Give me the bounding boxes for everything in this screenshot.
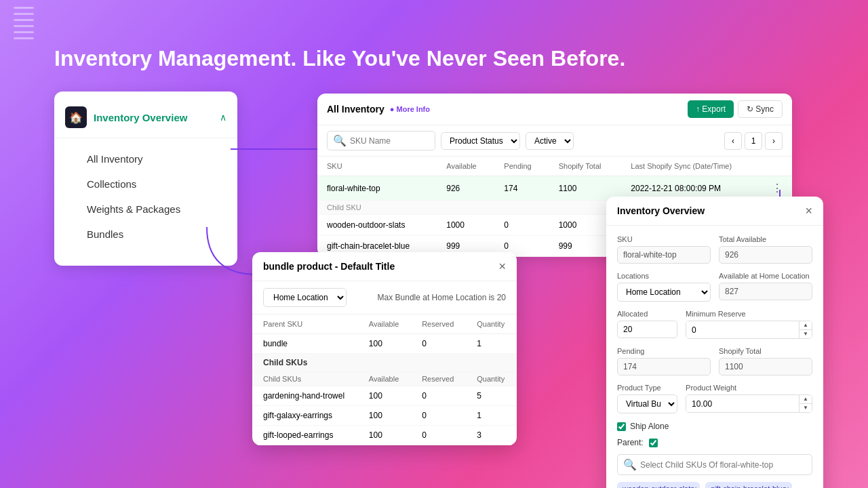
form-group-locations: Locations Home Location: [617, 272, 711, 302]
product-type-select[interactable]: Virtual Bundles: [617, 394, 677, 413]
export-button[interactable]: ↑ Export: [688, 100, 734, 118]
sidebar-header: 🏠 Inventory Overview ∧: [54, 102, 237, 138]
locations-select[interactable]: Home Location: [617, 283, 711, 302]
sidebar: 🏠 Inventory Overview ∧ All Inventory Col…: [54, 92, 237, 266]
bundle-dialog: bundle product - Default Title × Home Lo…: [252, 252, 517, 445]
inv-overview-close-button[interactable]: ×: [805, 205, 812, 217]
bundle-table: Parent SKU Available Reserved Quantity b…: [252, 314, 517, 445]
chevron-up-icon[interactable]: ∧: [220, 112, 226, 123]
child-available: 100: [358, 386, 411, 406]
col-pending: Pending: [494, 157, 549, 176]
parent-row: bundle 100 0 1: [252, 334, 517, 354]
product-weight-label: Product Weight: [686, 384, 812, 392]
ship-alone-checkbox[interactable]: [617, 422, 626, 431]
hero-title: Inventory Management. Like You've Never …: [54, 46, 625, 71]
sidebar-header-left: 🏠 Inventory Overview: [65, 106, 187, 128]
product-status-filter[interactable]: Product Status: [441, 132, 520, 150]
sidebar-item-all-inventory[interactable]: All Inventory: [54, 146, 237, 171]
sync-button[interactable]: ↻ Sync: [738, 100, 783, 118]
pending-label: Pending: [617, 347, 711, 355]
col-parent-sku: Parent SKU: [252, 314, 358, 334]
child-reserved: 0: [411, 426, 466, 445]
child-skus-label: Child SKUs: [252, 354, 517, 372]
child-sku: gift-galaxy-earrings: [252, 406, 358, 426]
col-shopify-total: Shopify Total: [549, 157, 622, 176]
inv-overview-body: SKU Total Available Locations Home Locat…: [606, 226, 823, 488]
stepper-up-button[interactable]: ▲: [800, 321, 812, 330]
pending-input[interactable]: [617, 358, 711, 375]
search-box[interactable]: 🔍: [327, 131, 435, 150]
parent-sku: bundle: [252, 334, 358, 354]
product-weight-input[interactable]: [686, 395, 799, 412]
form-group-sku: SKU: [617, 235, 711, 264]
row-sku: wooden-outdoor-slats: [317, 215, 437, 236]
min-reserve-input[interactable]: [686, 321, 799, 338]
inventory-overview-dialog: Inventory Overview × SKU Total Available…: [606, 197, 823, 488]
row-pending: 174: [494, 176, 549, 201]
bundle-dialog-close-button[interactable]: ×: [498, 260, 506, 272]
chip1-close-button[interactable]: ×: [692, 485, 697, 488]
sidebar-item-weights[interactable]: Weights & Packages: [54, 197, 237, 222]
parent-checkbox[interactable]: [649, 439, 658, 447]
max-bundle-text: Max Bundle at Home Location is 20: [378, 293, 506, 302]
total-available-input[interactable]: [719, 246, 812, 264]
weight-stepper-down-button[interactable]: ▼: [800, 404, 812, 412]
location-select[interactable]: Home Location: [263, 288, 347, 307]
form-row-allocated: Allocated Minimum Reserve ▲ ▼: [617, 310, 812, 339]
parent-available: 100: [358, 334, 411, 354]
sidebar-item-collections[interactable]: Collections: [54, 171, 237, 197]
child-sku-search[interactable]: 🔍: [617, 454, 812, 475]
prev-page-button[interactable]: ‹: [724, 132, 742, 150]
active-filter[interactable]: Active: [526, 132, 574, 150]
row-available: 1000: [437, 215, 494, 236]
child-available: 100: [358, 426, 411, 445]
child-row: gift-galaxy-earrings 100 0 1: [252, 406, 517, 426]
panel-title-text: All Inventory: [327, 104, 384, 115]
form-group-pending: Pending: [617, 347, 711, 375]
more-info-link[interactable]: ● More Info: [390, 105, 430, 113]
child-reserved: 0: [411, 386, 466, 406]
total-available-label: Total Available: [719, 235, 812, 243]
col-reserved: Reserved: [411, 314, 466, 334]
chip-gift-chain-bracelet-blue: gift-chain-bracelet-blue ▲ ▼ ×: [705, 482, 792, 488]
row-sku: floral-white-top: [317, 176, 437, 201]
form-row-locations: Locations Home Location Available at Hom…: [617, 272, 812, 302]
row-more-button[interactable]: ⋮: [772, 182, 783, 195]
row-available: 926: [437, 176, 494, 201]
product-weight-stepper: ▲ ▼: [686, 394, 812, 413]
available-home-input[interactable]: [719, 283, 812, 300]
search-icon: 🔍: [333, 134, 347, 147]
stepper-down-button[interactable]: ▼: [800, 330, 812, 338]
search-input[interactable]: [350, 136, 429, 146]
chip2-close-button[interactable]: ×: [785, 485, 789, 488]
allocated-input[interactable]: [617, 321, 677, 338]
chip-name: wooden-outdoor-slats: [623, 485, 694, 488]
child-sku-search-input[interactable]: [640, 460, 806, 470]
allocated-label: Allocated: [617, 310, 677, 318]
form-group-product-type: Product Type Virtual Bundles: [617, 384, 677, 413]
row-pending: 0: [494, 215, 549, 236]
bundle-dialog-header: bundle product - Default Title ×: [252, 252, 517, 281]
col-last-sync: Last Shopify Sync (Date/Time): [621, 157, 762, 176]
child-sku-section-header: Child SKUs: [252, 354, 517, 372]
sidebar-title: Inventory Overview: [94, 112, 187, 123]
next-page-button[interactable]: ›: [765, 132, 783, 150]
weight-stepper-up-button[interactable]: ▲: [800, 395, 812, 404]
parent-quantity: 1: [466, 334, 517, 354]
sidebar-item-bundles[interactable]: Bundles: [54, 222, 237, 247]
shopify-total-input[interactable]: [719, 358, 812, 375]
child-row: gardening-hand-trowel 100 0 5: [252, 386, 517, 406]
bundle-table-subheader: Child SKUs Available Reserved Quantity: [252, 372, 517, 386]
child-sku: gardening-hand-trowel: [252, 386, 358, 406]
stepper-buttons: ▲ ▼: [799, 321, 812, 338]
child-sku: gift-looped-earrings: [252, 426, 358, 445]
child-quantity: 5: [466, 386, 517, 406]
sku-input[interactable]: [617, 246, 711, 264]
inventory-icon: 🏠: [65, 106, 87, 128]
inv-overview-dialog-header: Inventory Overview ×: [606, 197, 823, 226]
weight-stepper-buttons: ▲ ▼: [799, 395, 812, 412]
bundle-dialog-title: bundle product - Default Title: [263, 261, 395, 272]
sku-label: SKU: [617, 235, 711, 243]
form-row-product: Product Type Virtual Bundles Product Wei…: [617, 384, 812, 413]
current-page: 1: [745, 132, 762, 150]
